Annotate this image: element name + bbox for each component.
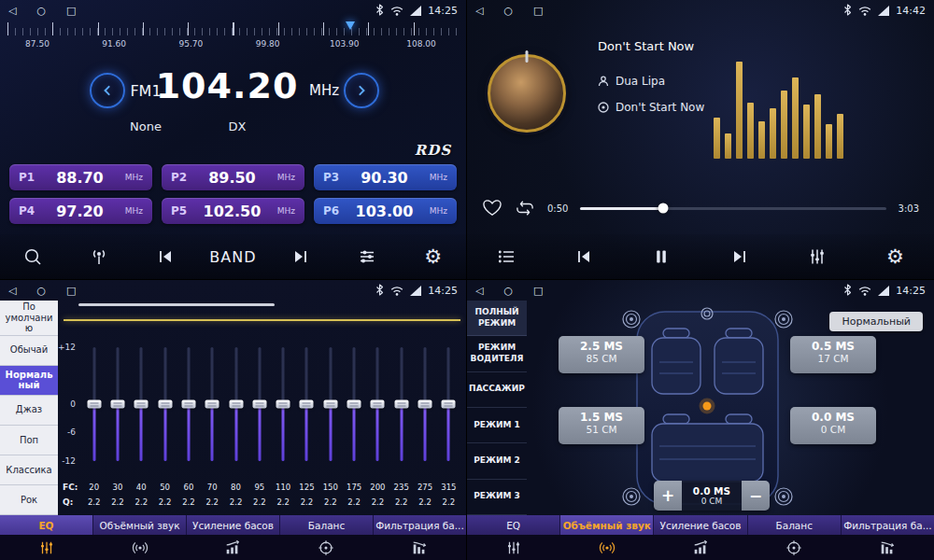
preset-p2-button[interactable]: P289.50MHz (162, 164, 304, 190)
frequency-ruler[interactable]: 87.5091.6095.7099.80103.90108.00 (7, 22, 459, 63)
eq-preset-item[interactable]: По умолчанию (0, 301, 58, 336)
eq-band-slider[interactable] (272, 336, 295, 467)
recents-nav-icon[interactable]: □ (66, 286, 76, 296)
preset-p5-button[interactable]: P5102.50MHz (162, 198, 304, 224)
surround-sound-icon[interactable] (560, 535, 654, 560)
favorite-heart-icon[interactable] (482, 199, 502, 217)
sound-profile-button[interactable]: Нормальный (829, 312, 923, 331)
eq-band-slider[interactable] (248, 336, 271, 467)
dx-indicator[interactable]: DX (229, 119, 247, 133)
tab-eq[interactable]: EQ (0, 515, 93, 535)
tab-surround-sound[interactable]: Объёмный звук (560, 515, 654, 535)
listening-mode-item[interactable]: РЕЖИМ 2 (467, 443, 527, 479)
eq-band-slider[interactable] (366, 336, 389, 467)
equalizer-sliders-icon[interactable] (796, 239, 839, 274)
slider-knob[interactable] (158, 400, 172, 409)
slider-knob[interactable] (371, 400, 385, 409)
decrease-delay-button[interactable]: − (742, 481, 770, 511)
recents-nav-icon[interactable]: □ (533, 6, 543, 16)
eq-sliders-icon[interactable] (467, 535, 560, 560)
tab-bass-boost[interactable]: Усиление басов (654, 515, 747, 535)
balance-icon[interactable] (747, 535, 841, 560)
home-nav-icon[interactable]: ○ (36, 6, 46, 16)
eq-band-slider[interactable] (342, 336, 365, 467)
slider-knob[interactable] (442, 400, 456, 409)
slider-knob[interactable] (110, 400, 124, 409)
seek-bar-knob[interactable] (658, 203, 668, 214)
tune-up-button[interactable] (344, 73, 379, 108)
eq-preset-item[interactable]: Рок (0, 485, 58, 515)
listening-mode-item[interactable]: РЕЖИМ 3 (467, 480, 527, 515)
settings-gear-icon[interactable]: ⚙ (412, 239, 455, 274)
preset-p4-button[interactable]: P497.20MHz (9, 198, 152, 224)
next-station-icon[interactable] (279, 239, 322, 274)
balance-icon[interactable] (279, 535, 373, 560)
listening-mode-item[interactable]: ПАССАЖИР (467, 372, 527, 408)
slider-knob[interactable] (323, 400, 337, 409)
preset-p6-button[interactable]: P6103.00MHz (314, 198, 457, 224)
back-nav-icon[interactable]: ◁ (8, 286, 16, 296)
tab-bass-filter[interactable]: Фильтрация ба... (842, 515, 934, 535)
bass-boost-icon[interactable] (187, 535, 280, 560)
eq-band-slider[interactable] (201, 336, 224, 467)
eq-band-slider[interactable] (177, 336, 200, 467)
pause-icon[interactable] (640, 239, 683, 274)
slider-knob[interactable] (418, 400, 432, 409)
increase-delay-button[interactable]: + (654, 481, 682, 511)
listening-mode-item[interactable]: РЕЖИМ ВОДИТЕЛЯ (467, 336, 527, 371)
tab-bass-filter[interactable]: Фильтрация ба... (374, 515, 466, 535)
home-nav-icon[interactable]: ○ (36, 286, 46, 296)
slider-knob[interactable] (87, 400, 101, 409)
slider-knob[interactable] (276, 400, 290, 409)
back-nav-icon[interactable]: ◁ (475, 6, 483, 16)
tab-balance[interactable]: Баланс (280, 515, 374, 535)
slider-knob[interactable] (229, 400, 243, 409)
tab-balance[interactable]: Баланс (748, 515, 842, 535)
eq-band-slider[interactable] (82, 336, 106, 467)
tab-surround-sound[interactable]: Объёмный звук (93, 515, 187, 535)
front-right-delay[interactable]: 0.5 MS 17 CM (790, 336, 876, 373)
eq-band-slider[interactable] (389, 336, 413, 467)
slider-knob[interactable] (394, 400, 408, 409)
eq-preset-item[interactable]: Нормальный (0, 366, 58, 396)
rear-left-delay[interactable]: 1.5 MS 51 CM (559, 407, 644, 444)
back-nav-icon[interactable]: ◁ (475, 286, 483, 296)
seek-bar[interactable] (580, 207, 885, 210)
eq-sliders-icon[interactable] (0, 535, 93, 560)
preset-p1-button[interactable]: P188.70MHz (9, 164, 152, 190)
front-left-delay[interactable]: 2.5 MS 85 CM (559, 336, 644, 373)
slider-knob[interactable] (252, 400, 266, 409)
eq-band-slider[interactable] (437, 336, 460, 467)
tune-down-button[interactable] (90, 73, 125, 108)
home-nav-icon[interactable]: ○ (503, 6, 513, 16)
eq-band-slider[interactable] (106, 336, 129, 467)
eq-preset-item[interactable]: Джаз (0, 396, 58, 426)
settings-gear-icon[interactable]: ⚙ (873, 239, 916, 274)
eq-preset-item[interactable]: Обычай (0, 336, 58, 366)
tab-eq[interactable]: EQ (467, 515, 560, 535)
next-track-icon[interactable] (718, 239, 761, 274)
scan-icon[interactable] (11, 239, 54, 274)
surround-sound-icon[interactable] (93, 535, 187, 560)
eq-band-slider[interactable] (413, 336, 436, 467)
tab-bass-boost[interactable]: Усиление басов (187, 515, 280, 535)
eq-band-slider[interactable] (295, 336, 318, 467)
eq-preset-item[interactable]: Поп (0, 426, 58, 455)
bass-filter-icon[interactable] (373, 535, 466, 560)
bass-boost-icon[interactable] (654, 535, 747, 560)
eq-band-slider[interactable] (153, 336, 177, 467)
playlist-icon[interactable] (485, 239, 528, 274)
recents-nav-icon[interactable]: □ (533, 286, 543, 296)
previous-track-icon[interactable] (562, 239, 605, 274)
repeat-icon[interactable] (515, 200, 535, 217)
listening-mode-item[interactable]: ПОЛНЫЙ РЕЖИМ (467, 301, 527, 336)
slider-knob[interactable] (181, 400, 195, 409)
rear-right-delay[interactable]: 0.0 MS 0 CM (790, 407, 876, 444)
slider-knob[interactable] (347, 400, 361, 409)
slider-knob[interactable] (300, 400, 314, 409)
tune-settings-icon[interactable] (346, 239, 389, 274)
slider-knob[interactable] (134, 400, 149, 409)
previous-station-icon[interactable] (144, 239, 187, 274)
eq-preset-item[interactable]: Классика (0, 455, 58, 485)
eq-band-slider[interactable] (130, 336, 153, 467)
